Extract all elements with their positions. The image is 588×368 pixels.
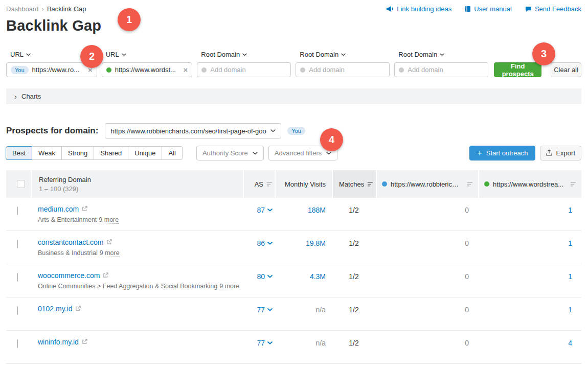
- link-building-ideas-link[interactable]: Link building ideas: [386, 5, 451, 13]
- breadcrumb-dashboard-link[interactable]: Dashboard: [6, 5, 39, 13]
- competitor-backlinks-count[interactable]: 1: [568, 264, 572, 297]
- domain-input-empty-3[interactable]: [394, 62, 488, 77]
- competitor-backlinks-count[interactable]: 1: [568, 198, 572, 231]
- tab-unique[interactable]: Unique: [128, 146, 162, 160]
- monthly-visits-value[interactable]: 188M: [308, 198, 326, 214]
- gray-dot-icon: [399, 67, 404, 73]
- authority-score-dropdown[interactable]: 80: [257, 264, 273, 281]
- referring-domain-link[interactable]: medium.com: [38, 205, 79, 213]
- chevron-down-icon: [267, 308, 273, 311]
- domain-input-value[interactable]: https://www.wordst...: [115, 66, 180, 74]
- external-link-icon[interactable]: [106, 239, 112, 246]
- chevron-down-icon: [26, 53, 31, 56]
- header-monthly-visits[interactable]: Monthly Visits: [275, 170, 332, 198]
- chevron-down-icon: [341, 53, 346, 56]
- filters-row: Best Weak Strong Shared Unique All Autho…: [6, 146, 581, 160]
- domain-input-competitor-1[interactable]: https://www.wordst... ×: [102, 62, 193, 77]
- you-backlinks-count: 0: [465, 264, 469, 297]
- competitor-backlinks-count[interactable]: 1: [568, 297, 572, 330]
- external-link-icon[interactable]: [82, 338, 87, 346]
- header-as[interactable]: AS: [243, 170, 275, 198]
- export-button[interactable]: Export: [540, 146, 581, 160]
- field-type-dropdown-2[interactable]: URL: [102, 51, 193, 58]
- you-backlinks-count: 0: [465, 331, 469, 363]
- start-outreach-button[interactable]: + Start outreach: [469, 146, 535, 160]
- chevron-down-icon: [242, 53, 247, 56]
- competitor-backlinks-count[interactable]: 1: [568, 231, 572, 264]
- find-prospects-button[interactable]: Find prospects: [494, 62, 541, 77]
- domain-categories: Arts & Entertainment9 more: [38, 216, 243, 223]
- more-categories-link[interactable]: 9 more: [219, 283, 239, 290]
- authority-score-dropdown[interactable]: 86: [257, 231, 273, 247]
- row-checkbox[interactable]: [17, 306, 18, 315]
- speech-bubble-icon: [525, 6, 532, 12]
- domain-input-value[interactable]: https://www.ro...: [32, 66, 84, 74]
- row-checkbox[interactable]: [17, 273, 18, 282]
- authority-score-filter[interactable]: Authority Score: [196, 146, 264, 160]
- tab-strong[interactable]: Strong: [62, 146, 94, 160]
- row-checkbox[interactable]: [17, 339, 18, 348]
- field-type-dropdown-5[interactable]: Root Domain: [394, 51, 488, 58]
- field-type-dropdown-4[interactable]: Root Domain: [296, 51, 390, 58]
- sort-icon: [571, 180, 576, 188]
- you-badge: You: [11, 66, 29, 74]
- tab-shared[interactable]: Shared: [94, 146, 128, 160]
- header-competitor-domain[interactable]: https://www.wordstrea...: [478, 170, 581, 198]
- authority-score-dropdown[interactable]: 87: [257, 198, 273, 214]
- you-backlinks-count: 0: [465, 297, 469, 330]
- pagination-range: 1 – 100 (329): [39, 185, 78, 193]
- annotation-circle-3: 3: [532, 42, 555, 65]
- select-all-checkbox[interactable]: [17, 180, 25, 188]
- charts-toggle-bar[interactable]: › Charts: [6, 88, 581, 104]
- row-checkbox[interactable]: [17, 240, 18, 248]
- referring-domain-link[interactable]: wininfo.my.id: [38, 338, 79, 346]
- add-domain-input[interactable]: [210, 66, 286, 74]
- query-field-4: Root Domain: [296, 51, 390, 77]
- breadcrumb-separator: ›: [42, 5, 44, 13]
- prospects-label: Prospects for domain:: [6, 126, 98, 136]
- header-links: Link building ideas User manual Send Fee…: [386, 5, 581, 13]
- referring-domain-link[interactable]: 0102.my.id: [38, 305, 72, 313]
- chevron-down-icon: [326, 152, 331, 155]
- external-link-icon[interactable]: [103, 272, 108, 280]
- header-you-domain[interactable]: https://www.robbierich...: [376, 170, 478, 198]
- annotation-circle-2: 2: [80, 45, 103, 68]
- domain-categories: Online Communities > Feed Aggregation & …: [38, 283, 243, 290]
- more-categories-link[interactable]: 9 more: [100, 249, 120, 257]
- more-categories-link[interactable]: 9 more: [99, 216, 119, 224]
- row-checkbox[interactable]: [17, 206, 18, 215]
- table-row: wininfo.my.id 77 n/a 1/2 0 4: [6, 331, 581, 364]
- send-feedback-link[interactable]: Send Feedback: [525, 5, 581, 13]
- external-link-icon[interactable]: [75, 305, 81, 313]
- domain-input-empty-2[interactable]: [296, 62, 390, 77]
- breadcrumb: Dashboard›Backlink Gap: [6, 5, 86, 13]
- book-icon: [465, 6, 471, 12]
- monthly-visits-value[interactable]: 4.3M: [310, 264, 326, 281]
- chevron-down-icon: [122, 53, 126, 56]
- clear-all-button[interactable]: Clear all: [551, 62, 581, 77]
- monthly-visits-value[interactable]: 19.8M: [306, 231, 326, 247]
- header-referring-domain: Referring Domain 1 – 100 (329): [31, 170, 243, 198]
- user-manual-link[interactable]: User manual: [465, 5, 512, 13]
- domain-input-empty-1[interactable]: [197, 62, 291, 77]
- prospect-type-tabs: Best Weak Strong Shared Unique All: [6, 146, 183, 160]
- sort-icon: [368, 180, 373, 188]
- prospect-domain-select[interactable]: https://www.robbierichards.com/seo/first…: [105, 123, 281, 139]
- external-link-icon[interactable]: [82, 205, 87, 213]
- table-row: 0102.my.id 77 n/a 1/2 0 1: [6, 297, 581, 331]
- add-domain-input[interactable]: [408, 66, 484, 74]
- authority-score-dropdown[interactable]: 77: [257, 297, 273, 314]
- referring-domain-link[interactable]: woocommerce.com: [38, 271, 100, 280]
- competitor-backlinks-count[interactable]: 4: [568, 331, 572, 363]
- authority-score-dropdown[interactable]: 77: [257, 331, 273, 347]
- referring-domain-link[interactable]: constantcontact.com: [38, 238, 103, 246]
- close-icon[interactable]: ×: [184, 66, 188, 74]
- chevron-down-icon: [440, 53, 444, 56]
- field-type-dropdown-3[interactable]: Root Domain: [197, 51, 291, 58]
- add-domain-input[interactable]: [309, 66, 385, 74]
- tab-best[interactable]: Best: [6, 146, 32, 160]
- tab-weak[interactable]: Weak: [32, 146, 62, 160]
- matches-value: 1/2: [349, 198, 358, 231]
- header-matches[interactable]: Matches: [332, 170, 376, 198]
- tab-all[interactable]: All: [162, 146, 182, 160]
